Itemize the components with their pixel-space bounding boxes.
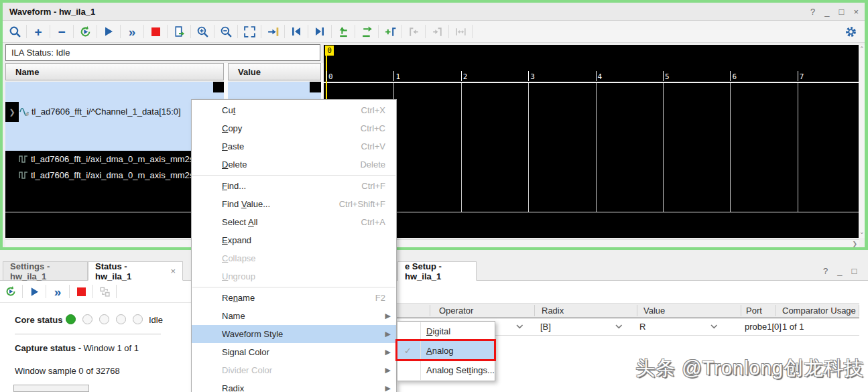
stop-icon[interactable] [73,283,89,300]
menu-item-delete[interactable]: DeleteDelete [192,155,396,174]
radix-dropdown-value[interactable]: [B] [540,318,551,335]
row-corner-mark [213,82,224,92]
run-all-icon[interactable]: » [124,23,140,40]
tab-close-icon[interactable]: × [170,266,176,276]
go-to-end-icon[interactable] [312,23,328,40]
toolbar-separator [26,25,27,38]
waveform-boundary-line [5,212,859,212]
help-icon[interactable]: ? [823,266,828,276]
next-transition-icon[interactable] [359,23,375,40]
radix-dropdown-icon[interactable] [615,318,623,335]
toolbar-separator [92,285,93,298]
watermark: 头条 @Tronlong创龙科技 [635,355,864,382]
menu-item-expand[interactable]: Expand [192,231,396,249]
menu-item-find-value[interactable]: Find Value...Ctrl+Shift+F [192,195,396,213]
tab-status[interactable]: Status - hw_ila_1 × [88,261,183,281]
column-separator [776,305,776,316]
ruler-tick: 1 [393,71,400,81]
scroll-down-icon[interactable]: ⌄ [859,229,865,235]
tab-settings[interactable]: Settings - hw_ila_1 [3,261,88,281]
ruler-tick: 4 [596,71,603,81]
time-ruler[interactable]: 01234567 [324,71,859,82]
menu-item-name[interactable]: Name▶ [192,307,396,325]
toggle-capture-icon[interactable] [97,283,113,300]
add-marker-icon[interactable] [382,23,398,40]
col-operator[interactable]: Operator [439,304,473,318]
add-icon[interactable]: + [30,23,46,40]
zoom-out-icon[interactable] [218,23,234,40]
menu-item-paste[interactable]: PasteCtrl+V [192,137,396,155]
run-trigger-icon[interactable] [77,23,93,40]
menu-item-waveform-style[interactable]: Waveform Style▶ [192,325,396,343]
col-comparator-usage[interactable]: Comparator Usage [782,304,856,318]
previous-transition-icon[interactable] [335,23,351,40]
toolbar-separator [401,25,402,38]
search-icon[interactable] [7,23,23,40]
maximize-icon[interactable]: □ [851,266,857,276]
menu-separator [192,287,395,287]
status-light [82,314,92,324]
scroll-right-icon[interactable]: ❯ [852,241,857,247]
submenu-arrow-icon: ▶ [385,330,391,338]
run-trigger-icon[interactable] [3,283,19,300]
stop-icon[interactable] [147,23,164,40]
partial-field[interactable] [13,385,89,392]
submenu-arrow-icon: ▶ [385,366,391,375]
help-icon[interactable]: ? [810,7,815,17]
vertical-scrollbar[interactable]: ⌃ ⌄ [859,45,865,238]
menu-item-rename[interactable]: RenameF2 [192,289,396,307]
run-icon[interactable] [101,23,117,40]
menu-item-select-all[interactable]: Select AllCtrl+A [192,213,396,231]
submenu-item-analog-settings[interactable]: Analog Settings... [397,361,495,380]
menu-item-cut[interactable]: CutCtrl+X [192,101,396,119]
run-icon[interactable] [26,283,42,300]
value-column-header[interactable]: Value [228,63,321,80]
span-markers-icon[interactable] [452,23,469,40]
menu-item-copy[interactable]: CopyCtrl+C [192,119,396,137]
go-to-time-icon[interactable] [265,23,281,40]
previous-marker-icon[interactable] [406,23,422,40]
remove-icon[interactable]: − [54,23,70,40]
menu-item-radix[interactable]: Radix▶ [192,379,396,392]
expand-chevron-icon[interactable]: ❯ [5,102,19,122]
toolbar-separator [378,25,379,38]
toolbar-separator [116,285,117,298]
go-to-start-icon[interactable] [288,23,304,40]
minimize-icon[interactable]: _ [837,266,842,276]
focus-border-left [0,0,3,250]
zoom-in-icon[interactable] [194,23,210,40]
scroll-up-icon[interactable]: ⌃ [859,46,865,52]
value-dropdown-icon[interactable] [710,318,718,335]
tab-trigger-setup[interactable]: e Setup - hw_ila_1 [397,261,477,281]
close-icon[interactable]: × [853,7,859,17]
toolbar-separator [167,25,168,38]
run-all-icon[interactable]: » [50,283,66,300]
menu-item-find[interactable]: Find...Ctrl+F [192,177,396,195]
window-sample-text: Window sample 0 of 32768 [15,366,120,376]
ila-status-text: ILA Status: Idle [11,48,70,58]
name-column-header[interactable]: Name [5,63,224,80]
capture-status-line: Capture status - Window 1 of 1 [15,343,139,353]
menu-item-signal-color[interactable]: Signal Color▶ [192,343,396,361]
col-value[interactable]: Value [643,304,665,318]
window-title: Waveform - hw_ila_1 [9,7,95,17]
zoom-fit-icon[interactable] [241,23,257,40]
col-radix[interactable]: Radix [542,304,564,318]
toolbar-separator [73,25,74,38]
next-marker-icon[interactable] [429,23,445,40]
operator-dropdown[interactable] [516,318,523,335]
export-icon[interactable] [171,23,187,40]
settings-gear-icon[interactable] [843,23,859,40]
menu-shortcut: Ctrl+C [361,123,391,133]
menu-shortcut: Delete [360,159,391,170]
menu-separator [192,175,395,176]
maximize-icon[interactable]: □ [839,7,845,17]
submenu-item-digital[interactable]: Digital [397,322,495,341]
minimize-icon[interactable]: _ [824,7,829,17]
value-dropdown-value[interactable]: R [639,318,645,335]
cursor-time-badge[interactable]: 0 [325,46,334,56]
col-port[interactable]: Port [746,304,762,318]
menu-shortcut: Ctrl+F [361,181,391,191]
menu-item-collapse: Collapse [192,249,396,267]
ruler-tick: 5 [663,71,670,81]
